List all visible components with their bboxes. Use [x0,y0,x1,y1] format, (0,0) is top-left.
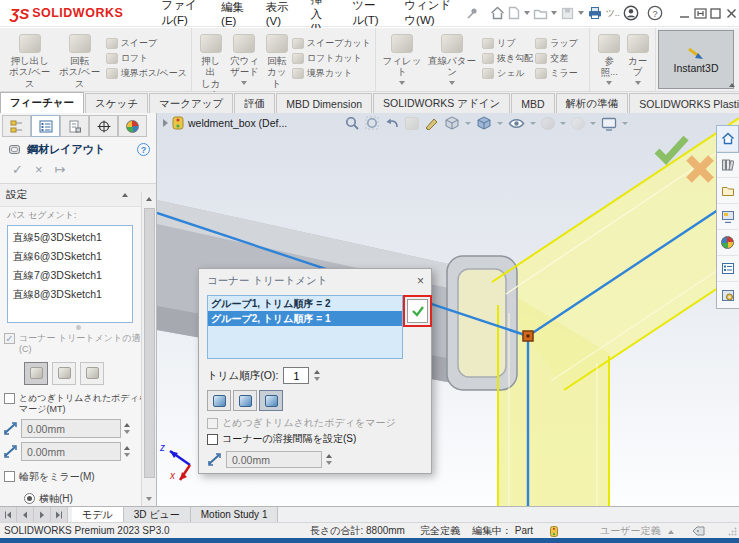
fillet-button[interactable]: フィレット [380,32,424,87]
new-document-icon[interactable] [507,4,521,22]
weld-gap-up-icon[interactable] [326,454,332,458]
save-icon[interactable] [560,4,574,22]
tab-feature-manager[interactable] [2,115,31,137]
curves-caret-icon[interactable] [635,81,641,85]
extruded-boss-button[interactable]: 押し出し ボス/ベース [4,32,55,91]
group-list[interactable]: グループ1, トリム順序 = 2 グループ2, トリム順序 = 1 [207,295,403,359]
tab-scroll-next-button[interactable] [34,507,51,522]
trim-order-input[interactable]: 1 [283,367,309,384]
gap1-input[interactable]: 0.00mm [21,419,121,438]
apply-corner-checkbox[interactable]: ✓ [4,333,15,344]
tab-dimxpert-manager[interactable] [89,115,118,137]
fillet-caret-icon[interactable] [399,81,405,85]
end-butt2-button[interactable] [80,362,104,385]
previous-view-icon[interactable] [385,117,400,130]
trim-full-button[interactable] [259,390,283,411]
hide-show-items-icon[interactable] [508,117,525,130]
gap1-spin-down-icon[interactable] [124,430,130,434]
taskpane-appearances-tab[interactable] [717,230,738,256]
tab-scroll-first-button[interactable] [0,507,17,522]
end-miter-button[interactable] [24,362,48,385]
trim-tool-bodies-button[interactable] [207,390,231,411]
tab-sw-addins[interactable]: SOLIDWORKS アドイン [373,93,510,113]
open-document-caret-icon[interactable] [551,11,557,15]
tab-markup[interactable]: マークアップ [149,93,233,113]
tag-icon[interactable] [692,526,705,536]
sketch-settings-icon[interactable] [424,117,439,130]
trim-order-up-icon[interactable] [314,370,320,374]
view-orientation-icon[interactable] [444,116,460,131]
instant3d-button[interactable]: Instant3D [658,30,734,89]
revolved-cut-button[interactable]: 回転カット [264,32,290,91]
minimize-button[interactable] [677,4,692,22]
zoom-area-icon[interactable] [365,116,380,131]
trim-planar-button[interactable] [233,390,257,411]
tab-3d-views[interactable]: 3D ビュー [124,507,191,522]
reference-geometry-button[interactable]: 参照... [594,32,624,87]
home-icon[interactable] [490,4,505,22]
taskpane-design-library-tab[interactable] [717,152,738,178]
mirror-button[interactable]: ミラー [535,67,578,80]
restore-button[interactable] [693,4,708,22]
trim-order-down-icon[interactable] [314,377,320,381]
corner-treatment-dialog[interactable]: コーナー トリートメント × グループ1, トリム順序 = 2 グループ2, ト… [198,268,432,474]
pin-menu-icon[interactable] [465,4,479,22]
tab-display-manager[interactable] [118,115,147,137]
settings-collapse-icon[interactable] [122,193,128,197]
menu-edit[interactable]: 編集(E) [211,0,256,32]
tab-property-manager[interactable] [31,115,60,137]
horizontal-axis-radio[interactable] [24,493,35,504]
save-caret-icon[interactable] [578,11,584,15]
curves-button[interactable]: カーブ [624,32,651,87]
taskpane-custom-properties-tab[interactable] [717,256,738,282]
scene-caret-icon[interactable] [590,122,596,125]
status-expand-icon[interactable] [668,530,674,534]
wrap-button[interactable]: ラップ [535,37,578,50]
display-style-icon[interactable] [476,116,492,131]
view-settings-icon[interactable] [601,117,617,131]
section-view-icon[interactable] [405,117,419,130]
reference-caret-icon[interactable] [606,81,612,85]
tab-sketch[interactable]: スケッチ [85,93,148,113]
apply-scene-icon[interactable] [571,117,585,130]
document-name[interactable]: weldment_box (Def... [188,117,287,129]
tab-model[interactable]: モデル [72,507,124,522]
boundary-cut-button[interactable]: 境界カット [292,67,371,80]
hole-wizard-caret-icon[interactable] [241,81,247,85]
taskpane-view-palette-tab[interactable] [717,204,738,230]
gap2-spin-up-icon[interactable] [124,446,130,450]
dialog-ok-button[interactable] [407,299,428,323]
pm-pin-icon[interactable]: ↦ [55,162,66,177]
view-settings-caret-icon[interactable] [622,122,628,125]
weld-gap-input[interactable]: 0.00mm [226,451,322,468]
gap2-input[interactable]: 0.00mm [21,442,121,461]
taskpane-home-tab[interactable] [717,126,738,152]
loft-button[interactable]: ロフト [106,52,187,65]
toolbar-overflow[interactable]: ツ.. [606,7,620,20]
linear-pattern-button[interactable]: 直線パターン [424,32,480,87]
weld-gap-down-icon[interactable] [326,461,332,465]
display-style-caret-icon[interactable] [497,122,503,125]
ribbon-collapse-icon[interactable] [729,83,735,87]
linear-pattern-caret-icon[interactable] [449,81,455,85]
gap1-spin-up-icon[interactable] [124,423,130,427]
breadcrumb-expand-icon[interactable] [163,119,168,127]
group-list-item-selected[interactable]: グループ2, トリム順序 = 1 [208,311,402,326]
zoom-fit-icon[interactable] [345,116,360,131]
tab-sw-plastics[interactable]: SOLIDWORKS Plastics [629,93,739,113]
taskpane-file-explorer-tab[interactable] [717,178,738,204]
pm-help-icon[interactable]: ? [137,143,150,156]
tab-mbd-dimension[interactable]: MBD Dimension [276,93,372,113]
hide-show-caret-icon[interactable] [530,122,536,125]
hole-wizard-button[interactable]: 穴ウィザード [225,32,264,87]
user-account-icon[interactable] [623,4,639,22]
loft-cut-button[interactable]: ロフトカット [292,52,371,65]
end-butt1-button[interactable] [52,362,76,385]
list-item[interactable]: 直線7@3DSketch1 [8,266,132,285]
group-list-item[interactable]: グループ1, トリム順序 = 2 [208,296,402,311]
tab-analysis-prep[interactable]: 解析の準備 [556,93,629,113]
view-orientation-caret-icon[interactable] [465,122,471,125]
maximize-button[interactable] [708,4,723,22]
tab-mbd[interactable]: MBD [511,93,554,113]
scrollbar-thumb[interactable] [144,208,155,478]
